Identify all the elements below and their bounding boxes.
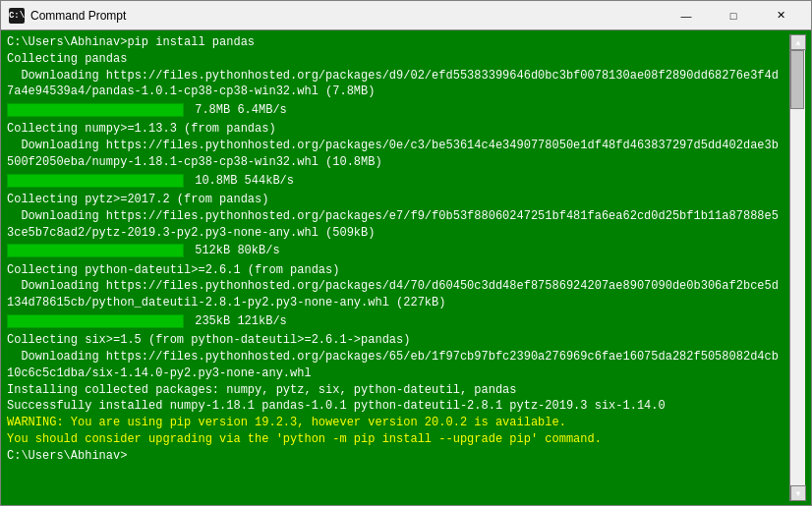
progress-bar [7,103,184,117]
progress-bar [7,244,184,257]
terminal-line: C:\Users\Abhinav> [7,448,785,465]
progress-bar-fill [8,104,183,116]
scroll-down-button[interactable]: ▼ [790,485,806,501]
terminal-line: Collecting pandas [7,51,785,68]
progress-line: 7.8MB 6.4MB/s [7,101,785,120]
terminal-line: WARNING: You are using pip version 19.2.… [7,415,785,431]
terminal-line: C:\Users\Abhinav>pip install pandas [7,34,785,51]
terminal-line: Collecting pytz>=2017.2 (from pandas) [7,192,785,208]
terminal-line: Collecting six>=1.5 (from python-dateuti… [7,332,785,349]
app-icon-label: C:\ [9,11,25,21]
terminal-line: Successfully installed numpy-1.18.1 pand… [7,398,785,415]
terminal-line: Downloading https://files.pythonhosted.o… [7,68,785,101]
scroll-up-button[interactable]: ▲ [790,34,806,50]
scrollbar-thumb[interactable] [790,50,804,109]
app-icon: C:\ [9,8,25,24]
terminal-content[interactable]: C:\Users\Abhinav>pip install pandasColle… [7,34,789,501]
title-bar: C:\ Command Prompt — □ ✕ [1,1,811,30]
terminal-line: Downloading https://files.pythonhosted.o… [7,349,785,382]
progress-bar-fill [8,175,183,187]
scrollbar: ▲ ▼ [789,34,805,501]
minimize-button[interactable]: — [664,1,709,30]
progress-line: 512kB 80kB/s [7,242,785,260]
terminal-line: Downloading https://files.pythonhosted.o… [7,278,785,311]
close-button[interactable]: ✕ [758,1,803,30]
progress-line: 10.8MB 544kB/s [7,172,785,191]
progress-bar [7,174,184,188]
terminal-line: Downloading https://files.pythonhosted.o… [7,208,785,242]
window-title: Command Prompt [30,9,664,23]
window: C:\ Command Prompt — □ ✕ C:\Users\Abhina… [0,0,812,506]
terminal-line: Collecting numpy>=1.13.3 (from pandas) [7,121,785,138]
terminal-line: You should consider upgrading via the 'p… [7,431,785,448]
progress-bar-fill [8,245,183,256]
maximize-button[interactable]: □ [711,1,756,30]
terminal-line: Collecting python-dateutil>=2.6.1 (from … [7,262,785,279]
window-controls: — □ ✕ [664,1,803,30]
terminal-line: Installing collected packages: numpy, py… [7,382,785,399]
scrollbar-track [790,50,805,485]
terminal-body: C:\Users\Abhinav>pip install pandasColle… [1,30,811,505]
terminal-line: Downloading https://files.pythonhosted.o… [7,138,785,171]
progress-bar [7,314,184,328]
progress-line: 235kB 121kB/s [7,312,785,331]
progress-bar-fill [8,315,183,327]
